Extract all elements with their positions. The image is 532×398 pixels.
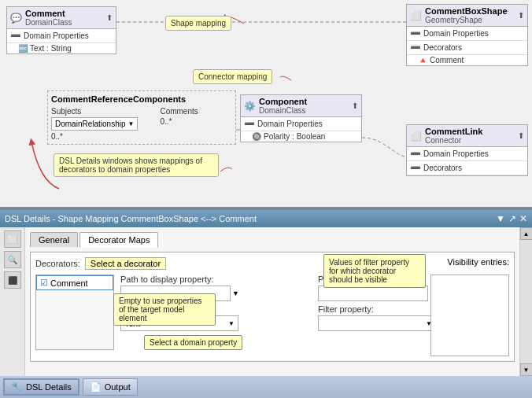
minus-icon5: ➖ [410, 149, 421, 159]
restore-icon[interactable]: ↗ [508, 213, 516, 224]
dsl-details-taskbar-btn[interactable]: 🔧 DSL Details [3, 378, 79, 396]
tab-general[interactable]: General [30, 232, 78, 247]
empty-path-callout: Empty to use properties of the target mo… [113, 293, 216, 326]
component-header: ⚙️ Component DomainClass ⬆ [241, 95, 361, 117]
decorator-item-comment[interactable]: ☑ Comment [36, 275, 113, 290]
commentboxshape-decorators: ➖ Decorators [407, 41, 527, 55]
ref-component-title: CommentReferenceComponents [51, 94, 232, 104]
ref-component-box: CommentReferenceComponents Subjects Doma… [47, 90, 236, 145]
dsl-main: General Decorator Maps Decorators: Selec… [25, 227, 519, 376]
close-icon[interactable]: ✕ [519, 213, 527, 224]
component-domain-properties: ➖ Domain Properties [241, 117, 361, 131]
decorators-list: ☑ Comment [35, 275, 114, 350]
decorators-row: Decorators: Select a decorator Visibilit… [35, 257, 509, 270]
comment-node-icon: 💬 [10, 13, 22, 24]
minus-icon6: ➖ [410, 163, 421, 173]
subjects-multiplicity: 0..* [51, 132, 138, 141]
scroll-down-arrow[interactable]: ▼ [520, 363, 533, 376]
display-dropdown-arrow-icon: ▼ [228, 320, 235, 327]
dsl-panel: DSL Details - Shape Mapping CommentBoxSh… [0, 208, 532, 398]
dsl-header-icons: ▼ ↗ ✕ [496, 213, 527, 224]
filter-property-dropdown[interactable]: ▼ [318, 315, 436, 331]
minus-icon2: ➖ [410, 28, 421, 39]
decorator-icon: 🔺 [418, 56, 427, 64]
path-display-dropdown-btn[interactable]: ▼ [232, 289, 239, 297]
taskbar: 🔧 DSL Details 📄 Output [0, 376, 532, 398]
commentlink-expand-btn[interactable]: ⬆ [518, 131, 524, 140]
dsl-header-title: DSL Details - Shape Mapping CommentBoxSh… [5, 214, 257, 223]
commentlink-node: ⬜ CommentLink Connector ⬆ ➖ Domain Prope… [406, 124, 528, 176]
minus-icon3: ➖ [410, 42, 421, 53]
commentlink-icon: ⬜ [410, 131, 422, 142]
ref-subjects: Subjects DomainRelationship ▼ 0..* Comme… [51, 107, 232, 141]
shape-mapping-callout: Shape mapping [165, 16, 231, 31]
dsl-details-callout: DSL Details windows shows mappings of de… [54, 153, 219, 177]
comment-node-subtitle: DomainClass [25, 18, 72, 27]
minus-icon: ➖ [10, 31, 21, 41]
minus-icon4: ➖ [244, 119, 255, 129]
component-title: Component [259, 97, 307, 106]
toolbar-btn-3[interactable]: ⬛ [4, 271, 21, 289]
commentlink-subtitle: Connector [425, 136, 482, 145]
subjects-label: Subjects [51, 107, 138, 116]
comments-col: Comments 0..* [160, 107, 198, 126]
toolbar-btn-1[interactable]: ⬜ [4, 230, 21, 248]
comment-node-header: 💬 Comment DomainClass ⬆ [7, 7, 116, 29]
component-node: ⚙️ Component DomainClass ⬆ ➖ Domain Prop… [240, 94, 362, 142]
tabs-row: General Decorator Maps [30, 232, 515, 247]
dsl-panel-header: DSL Details - Shape Mapping CommentBoxSh… [0, 210, 532, 227]
content-area: Decorators: Select a decorator Visibilit… [30, 252, 515, 362]
commentboxshape-subtitle: GeometryShape [425, 16, 508, 24]
commentboxshape-icon: ⬜ [410, 10, 422, 21]
comment-node: 💬 Comment DomainClass ⬆ ➖ Domain Propert… [6, 6, 116, 54]
component-expand-btn[interactable]: ⬆ [352, 101, 358, 110]
component-polarity-row: 🔘 Polarity : Boolean [241, 131, 361, 142]
toolbar-btn-2[interactable]: 🔍 [4, 251, 21, 268]
commentboxshape-node: ⬜ CommentBoxShape GeometryShape ⬆ ➖ Doma… [406, 4, 528, 66]
select-decorator-button[interactable]: Select a decorator [85, 257, 166, 270]
comment-text-row: 🔤 Text : String [7, 43, 116, 53]
path-display-label: Path to display property: [120, 275, 312, 284]
commentboxshape-title: CommentBoxShape [425, 6, 508, 16]
path-filter-input[interactable] [318, 286, 428, 301]
visibility-entries-label: Visibility entries: [447, 257, 509, 267]
commentlink-domain-properties: ➖ Domain Properties [407, 147, 527, 161]
decorators-label: Decorators: [35, 259, 80, 268]
comments-label: Comments [160, 107, 198, 116]
diagram-area: 💬 Comment DomainClass ⬆ ➖ Domain Propert… [0, 0, 532, 208]
checkmark-icon: ☑ [40, 278, 48, 288]
commentboxshape-expand-btn[interactable]: ⬆ [518, 11, 524, 20]
domain-relationship-select[interactable]: DomainRelationship ▼ [51, 117, 138, 131]
values-filter-callout: Values of filter property for which deco… [323, 254, 426, 288]
comment-expand-btn[interactable]: ⬆ [106, 13, 113, 22]
bool-icon: 🔘 [252, 132, 261, 141]
commentboxshape-comment-row: 🔺 Comment [407, 55, 527, 65]
subjects-col: Subjects DomainRelationship ▼ 0..* [51, 107, 138, 141]
output-icon: 📄 [90, 381, 102, 392]
dsl-right-scrollbar[interactable]: ▲ ▼ [519, 227, 532, 376]
comment-node-title: Comment [25, 9, 65, 18]
output-taskbar-btn[interactable]: 📄 Output [83, 378, 138, 396]
scroll-up-arrow[interactable]: ▲ [520, 227, 533, 240]
commentboxshape-header: ⬜ CommentBoxShape GeometryShape ⬆ [407, 5, 527, 27]
select-domain-property-callout: Select a domain property [144, 335, 242, 350]
minimize-icon[interactable]: ▼ [496, 213, 505, 224]
dsl-left-toolbar: ⬜ 🔍 ⬛ [0, 227, 25, 376]
component-subtitle: DomainClass [259, 106, 307, 115]
visibility-entries-box [430, 275, 509, 356]
dsl-panel-body: ⬜ 🔍 ⬛ General Decorator Maps Decorators: [0, 227, 532, 376]
commentlink-decorators: ➖ Decorators [407, 161, 527, 175]
commentlink-header: ⬜ CommentLink Connector ⬆ [407, 125, 527, 147]
commentlink-title: CommentLink [425, 127, 482, 136]
text-property-icon: 🔤 [18, 44, 28, 53]
comment-domain-properties: ➖ Domain Properties [7, 29, 116, 43]
comments-multiplicity: 0..* [160, 117, 198, 126]
connector-mapping-callout: Connector mapping [193, 69, 272, 84]
component-icon: ⚙️ [244, 101, 256, 112]
dsl-details-icon: 🔧 [11, 381, 23, 392]
commentboxshape-domain-properties: ➖ Domain Properties [407, 27, 527, 41]
tab-decorator-maps[interactable]: Decorator Maps [79, 232, 158, 248]
dropdown-arrow-icon: ▼ [128, 120, 135, 127]
